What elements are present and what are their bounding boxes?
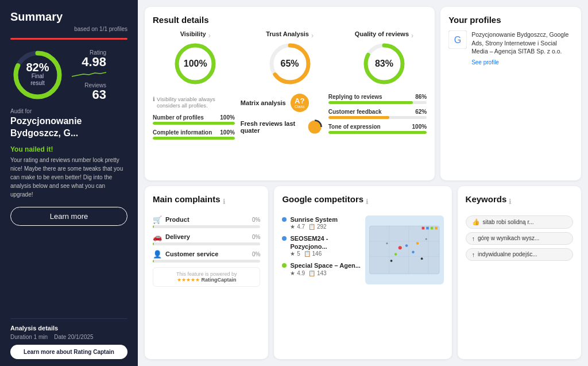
- competitor-0-dot: [282, 217, 287, 222]
- replying-value: 86%: [415, 94, 427, 100]
- svg-rect-27: [422, 226, 425, 229]
- bottom-row: Main complaints ℹ 🛒 Product 0%: [145, 186, 581, 360]
- product-label: Product: [165, 216, 249, 223]
- date-value: 20/1/2025: [68, 334, 94, 340]
- sidebar-title: Summary: [10, 10, 127, 24]
- complaint-product: 🛒 Product 0%: [153, 215, 260, 228]
- customer-feedback-label: Customer feedback: [328, 109, 382, 115]
- bottom-metrics: ℹ Visibility variable always considers a…: [153, 94, 427, 144]
- profiles-progress-bar: [10, 38, 127, 40]
- competitor-2: Special Space – Agen... ★ 4.9📋 143: [282, 261, 361, 276]
- analysis-meta: Duration 1 min Date 20/1/2025: [10, 334, 127, 340]
- google-icon: G: [448, 30, 467, 49]
- audit-name: Pozycjonowanie Bydgoszcz, G...: [10, 115, 127, 140]
- competitors-info-icon: ℹ: [366, 198, 369, 206]
- powered-stars: ★★★★★: [177, 277, 200, 283]
- nailed-it-desc: Your rating and reviews number look pret…: [10, 156, 127, 199]
- trust-value: 65%: [281, 59, 299, 69]
- sidebar: Summary based on 1/1 profiles 82% Final …: [0, 0, 138, 366]
- num-profiles-metric: Number of profiles 100%: [153, 114, 235, 125]
- competitor-1-meta: ★ 5📋 146: [290, 251, 361, 257]
- competitors-inner: Sunrise System ★ 4.7📋 292 SEOSEM24 - Poz…: [282, 215, 443, 284]
- info-icon-small: ℹ: [153, 96, 155, 102]
- main-content: Result details Visibility ›: [138, 0, 588, 366]
- map-svg: [365, 215, 444, 284]
- fresh-reviews-row: Fresh reviews last quater: [241, 118, 323, 136]
- date-label: Date: [54, 334, 66, 340]
- delivery-icon: 🚗: [153, 233, 162, 241]
- keyword-0: 👍 sitab robi solidną r...: [466, 215, 573, 229]
- your-profiles-title: Your profiles: [448, 15, 573, 25]
- rating-value: 4.98: [82, 56, 106, 68]
- visibility-gauge: 100%: [172, 41, 218, 87]
- customer-service-icon: 👤: [153, 250, 162, 259]
- svg-point-19: [405, 244, 408, 247]
- result-metrics-row: Visibility › 100%: [153, 30, 427, 87]
- see-profile-link[interactable]: See profile: [471, 59, 499, 66]
- learn-more-button[interactable]: Learn more: [10, 207, 127, 226]
- complaints-title: Main complaints: [153, 194, 220, 204]
- final-percent: 82%: [24, 61, 52, 72]
- analysis-details-title: Analysis details: [10, 325, 127, 332]
- complaint-delivery: 🚗 Delivery 0%: [153, 233, 260, 245]
- tone-value: 100%: [412, 124, 427, 130]
- based-on-label: based on 1/1 profiles: [10, 26, 127, 32]
- class-badge: A? Class: [291, 94, 309, 112]
- google-competitors-card: Google competitors ℹ Sunrise System ★ 4.…: [274, 186, 451, 360]
- keywords-info-icon: ℹ: [509, 198, 512, 206]
- keywords-card: Keywords ℹ 👍 sitab robi solidną r... ↑ g…: [458, 186, 581, 360]
- powered-by: This feature is powered by ★★★★★ RatingC…: [153, 267, 260, 287]
- duration-label: Duration: [10, 334, 32, 340]
- complaints-info-icon: ℹ: [223, 198, 226, 206]
- competitors-title: Google competitors: [282, 194, 363, 204]
- complete-info-metric: Complete information 100%: [153, 129, 235, 140]
- competitor-2-meta: ★ 4.9📋 143: [290, 270, 360, 276]
- svg-rect-28: [426, 226, 429, 229]
- competitor-0-name: Sunrise System: [290, 215, 338, 224]
- fresh-reviews-icon: [307, 118, 322, 136]
- profile-name: Pozycjonowanie Bydgoszcz, Google Ads, St…: [471, 30, 573, 56]
- your-profiles-card: Your profiles G Pozycjonowanie Bydgoszcz…: [440, 7, 581, 180]
- keyword-2: ↑ indywidualne podejśc...: [466, 248, 573, 261]
- customer-feedback-value: 62%: [415, 109, 427, 115]
- competitors-list: Sunrise System ★ 4.7📋 292 SEOSEM24 - Poz…: [282, 215, 361, 284]
- competitors-map: [365, 215, 444, 284]
- profiles-list: G Pozycjonowanie Bydgoszcz, Google Ads, …: [448, 30, 573, 66]
- replying-metric: Replying to reviews 86%: [328, 94, 427, 104]
- powered-name: RatingCaptain: [201, 277, 236, 283]
- svg-point-25: [386, 242, 388, 244]
- rating-sparkline: [72, 68, 106, 79]
- trust-label: Trust Analysis: [266, 30, 309, 37]
- keyword-0-text: sitab robi solidną r...: [483, 219, 534, 225]
- svg-point-18: [399, 246, 402, 249]
- analysis-details: Analysis details Duration 1 min Date 20/…: [10, 318, 127, 359]
- class-badge-text: A?: [295, 97, 304, 105]
- keywords-title: Keywords: [466, 194, 507, 204]
- complaint-customer-service: 👤 Customer service 0%: [153, 250, 260, 263]
- svg-point-23: [390, 260, 393, 262]
- powered-by-text: This feature is powered by: [157, 271, 256, 277]
- competitor-2-name: Special Space – Agen...: [290, 261, 360, 269]
- rating-reviews-block: Rating 4.98 Reviews 63: [72, 49, 106, 101]
- svg-point-26: [425, 238, 427, 240]
- svg-point-20: [412, 251, 415, 253]
- top-row: Result details Visibility ›: [145, 7, 581, 180]
- trust-metric: Trust Analysis › 65%: [247, 30, 332, 87]
- keyword-2-text: indywidualne podejśc...: [478, 251, 537, 257]
- svg-text:G: G: [454, 35, 461, 45]
- svg-rect-12: [370, 226, 439, 273]
- delivery-pct: 0%: [252, 234, 260, 240]
- svg-rect-30: [435, 226, 438, 229]
- quality-gauge: 83%: [361, 41, 407, 87]
- replying-label: Replying to reviews: [328, 94, 382, 100]
- num-profiles-value: 100%: [220, 114, 235, 121]
- learn-more-rating-button[interactable]: Learn more about Rating Captain: [10, 345, 127, 359]
- keyword-1-text: górę w wynikach wysz...: [478, 235, 539, 241]
- duration-value: 1 min: [34, 334, 48, 340]
- keyword-1-icon: ↑: [472, 235, 475, 242]
- competitor-1-name: SEOSEM24 - Pozycjono...: [290, 234, 361, 251]
- product-icon: 🛒: [153, 215, 162, 224]
- keyword-2-icon: ↑: [472, 251, 475, 258]
- keywords-list: 👍 sitab robi solidną r... ↑ górę w wynik…: [466, 215, 573, 261]
- matrix-row: Matrix analysis A? Class: [241, 94, 323, 112]
